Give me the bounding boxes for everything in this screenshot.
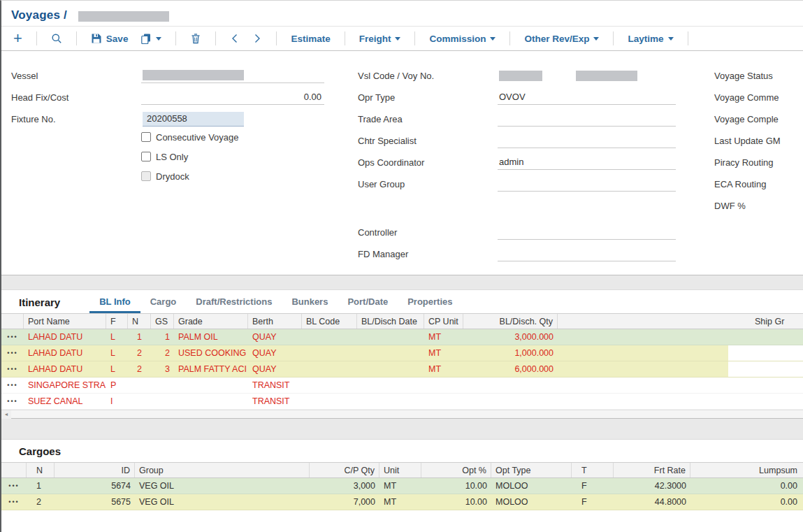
cell-port-name[interactable]: LAHAD DATU: [24, 361, 106, 377]
cell-ship-grade[interactable]: [728, 361, 803, 377]
cell-port-name[interactable]: SUEZ CANAL: [24, 394, 106, 409]
cell-grade[interactable]: USED COOKING: [174, 345, 248, 361]
cell-ship-grade[interactable]: [728, 329, 803, 345]
cell-bl-disch-qty[interactable]: [463, 394, 558, 409]
cell-opt-type[interactable]: MOLOO: [491, 494, 572, 510]
cell-n[interactable]: 2: [128, 345, 151, 361]
cell-cp-qty[interactable]: 3,000: [310, 478, 379, 494]
tab-bunkers[interactable]: Bunkers: [282, 296, 338, 313]
delete-button[interactable]: [184, 30, 208, 47]
cell-berth[interactable]: TRANSIT: [248, 394, 302, 409]
controller-input[interactable]: [498, 225, 676, 240]
scroll-left-icon[interactable]: ◄: [1, 410, 11, 419]
cell-n[interactable]: 2: [128, 361, 151, 377]
cell-id[interactable]: 5674: [55, 478, 135, 494]
add-button[interactable]: +: [7, 30, 29, 47]
next-button[interactable]: [246, 30, 268, 47]
cell-unit[interactable]: MT: [379, 478, 421, 494]
cell-grade[interactable]: [174, 394, 248, 409]
row-menu-icon[interactable]: •••: [1, 345, 24, 361]
cell-bl-disch-qty[interactable]: 6,000.000: [463, 361, 558, 377]
user-group-input[interactable]: [498, 177, 676, 192]
freight-menu-button[interactable]: Freight: [353, 31, 407, 47]
cell-lumpsum[interactable]: 0.00: [690, 478, 803, 494]
cell-port-name[interactable]: SINGAPORE STRA: [24, 378, 106, 393]
cell-f[interactable]: L: [106, 329, 128, 345]
search-button[interactable]: [45, 30, 68, 47]
cell-port-name[interactable]: LAHAD DATU: [24, 329, 106, 345]
cell-berth[interactable]: TRANSIT: [248, 378, 302, 393]
head-fix-cost-input[interactable]: 0.00: [141, 90, 324, 105]
cell-gs[interactable]: 2: [151, 345, 174, 361]
cell-n[interactable]: 2: [27, 494, 55, 510]
cell-bl-code[interactable]: [302, 378, 357, 393]
fd-manager-input[interactable]: [498, 247, 676, 261]
cell-id[interactable]: 5675: [55, 494, 135, 510]
tab-draft-restrictions[interactable]: Draft/Restrictions: [186, 296, 282, 313]
cell-opt-pct[interactable]: 10.00: [421, 478, 491, 494]
cell-f[interactable]: P: [106, 378, 128, 393]
cell-bl-code[interactable]: [302, 329, 357, 345]
cell-n[interactable]: [128, 394, 151, 409]
cell-bl-disch-date[interactable]: [357, 378, 424, 393]
cell-opt-pct[interactable]: 10.00: [421, 494, 491, 510]
cell-grade[interactable]: [174, 378, 248, 393]
cell-f[interactable]: L: [106, 345, 128, 361]
cell-n[interactable]: 1: [27, 478, 55, 494]
cell-gs[interactable]: [151, 378, 174, 393]
cell-gs[interactable]: 1: [151, 329, 174, 345]
cell-port-name[interactable]: LAHAD DATU: [24, 345, 106, 361]
row-menu-icon[interactable]: •••: [1, 361, 24, 377]
chtr-specialist-input[interactable]: [498, 134, 676, 148]
cell-bl-disch-qty[interactable]: 3,000.000: [463, 329, 558, 345]
cell-bl-disch-date[interactable]: [357, 345, 424, 361]
tab-port-date[interactable]: Port/Date: [338, 296, 398, 313]
itinerary-horizontal-scrollbar[interactable]: ◄: [1, 410, 803, 418]
cell-ship-grade[interactable]: [728, 378, 803, 393]
cell-bl-disch-qty[interactable]: [463, 378, 558, 393]
cell-n[interactable]: 1: [128, 329, 151, 345]
cell-lumpsum[interactable]: 0.00: [690, 494, 803, 510]
cell-cp-unit[interactable]: [424, 378, 463, 393]
cell-cp-unit[interactable]: MT: [424, 329, 463, 345]
commission-menu-button[interactable]: Commission: [423, 31, 502, 47]
cell-gs[interactable]: 3: [151, 361, 174, 377]
cell-gs[interactable]: [151, 394, 174, 409]
cell-bl-code[interactable]: [302, 394, 357, 409]
prev-button[interactable]: [224, 30, 246, 47]
cell-bl-disch-date[interactable]: [357, 329, 424, 345]
cell-cp-unit[interactable]: MT: [424, 361, 463, 377]
cell-berth[interactable]: QUAY: [248, 345, 302, 361]
cell-n[interactable]: [128, 378, 151, 393]
cell-berth[interactable]: QUAY: [248, 361, 302, 377]
cell-frt-rate[interactable]: 44.8000: [614, 494, 690, 510]
cell-group[interactable]: VEG OIL: [135, 494, 310, 510]
cell-bl-code[interactable]: [302, 361, 357, 377]
cell-bl-code[interactable]: [302, 345, 357, 361]
save-button[interactable]: Save: [85, 30, 135, 47]
vsl-code-inputs[interactable]: [498, 69, 676, 83]
cell-unit[interactable]: MT: [379, 494, 421, 510]
tab-bl-info[interactable]: BL Info: [89, 296, 140, 313]
cell-frt-rate[interactable]: 42.3000: [614, 478, 690, 494]
cell-cp-qty[interactable]: 7,000: [310, 494, 379, 510]
cell-berth[interactable]: QUAY: [248, 329, 302, 345]
ls-only-checkbox[interactable]: [141, 152, 151, 161]
row-menu-icon[interactable]: •••: [1, 494, 27, 510]
other-rev-exp-menu-button[interactable]: Other Rev/Exp: [518, 31, 605, 47]
cell-grade[interactable]: PALM FATTY ACI: [174, 361, 248, 377]
cell-t[interactable]: F: [572, 478, 614, 494]
row-menu-icon[interactable]: •••: [1, 478, 27, 494]
ops-coordinator-input[interactable]: admin: [498, 155, 676, 170]
cell-t[interactable]: F: [572, 494, 614, 510]
cell-bl-disch-date[interactable]: [357, 394, 424, 409]
opr-type-input[interactable]: OVOV: [498, 90, 676, 105]
fixture-no-input[interactable]: 20200558: [143, 112, 244, 127]
cell-f[interactable]: I: [106, 394, 128, 409]
cell-ship-grade[interactable]: [728, 345, 803, 361]
cell-bl-disch-date[interactable]: [357, 361, 424, 377]
cell-f[interactable]: L: [106, 361, 128, 377]
laytime-menu-button[interactable]: Laytime: [621, 31, 679, 47]
row-menu-icon[interactable]: •••: [1, 329, 24, 345]
row-menu-icon[interactable]: •••: [1, 394, 24, 409]
